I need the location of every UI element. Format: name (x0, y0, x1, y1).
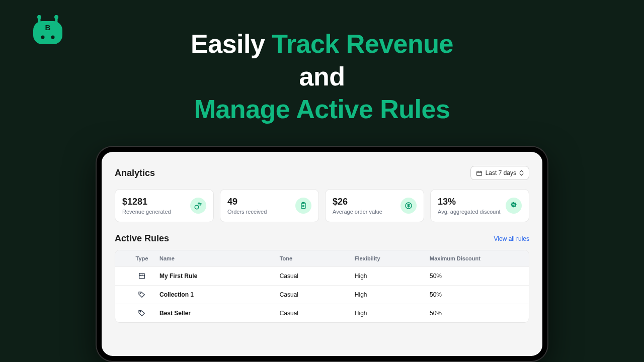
tag-icon (138, 291, 146, 299)
rule-flexibility: High (355, 310, 430, 317)
rule-tone: Casual (280, 291, 355, 298)
svg-rect-8 (476, 171, 481, 175)
stat-label: Revenue generated (122, 209, 171, 215)
table-header: Type Name Tone Flexibility Maximum Disco… (115, 250, 529, 266)
rule-max-discount: 50% (430, 291, 520, 298)
sort-icon (519, 170, 524, 176)
stat-label: Avg. aggregated discount (438, 209, 501, 215)
date-filter-label: Last 7 days (486, 169, 516, 176)
revenue-icon (190, 198, 206, 214)
stats-grid: $1281 Revenue generated 49 Orders receiv… (115, 189, 529, 222)
svg-point-19 (140, 293, 141, 294)
svg-point-12 (195, 205, 199, 209)
rule-name: Best Seller (159, 310, 280, 317)
svg-point-1 (37, 15, 41, 19)
col-name: Name (159, 255, 280, 261)
headline-text-2: Track Revenue (272, 29, 453, 58)
table-row[interactable]: Best Seller Casual High 50% (115, 304, 529, 322)
stat-label: Average order value (333, 209, 382, 215)
rule-tone: Casual (280, 310, 355, 317)
headline-text-1: Easily (191, 29, 272, 58)
col-max-discount: Maximum Discount (430, 255, 520, 261)
svg-point-20 (140, 311, 141, 312)
stat-aov: $26 Average order value (325, 189, 424, 222)
date-range-filter[interactable]: Last 7 days (470, 166, 529, 180)
clipboard-icon (295, 198, 311, 214)
col-flexibility: Flexibility (355, 255, 430, 261)
rule-max-discount: 50% (430, 273, 520, 280)
view-all-rules-link[interactable]: View all rules (494, 235, 529, 242)
calendar-icon (476, 170, 482, 176)
rules-table: Type Name Tone Flexibility Maximum Disco… (115, 250, 529, 323)
dollar-icon (400, 198, 417, 214)
rule-max-discount: 50% (430, 310, 520, 317)
stat-revenue: $1281 Revenue generated (115, 189, 214, 222)
app-screen: Analytics Last 7 days $1281 Revenue gene… (102, 152, 542, 356)
table-row[interactable]: My First Rule Casual High 50% (115, 266, 529, 285)
table-row[interactable]: Collection 1 Casual High 50% (115, 285, 529, 304)
headline-text-4: Manage Active Rules (194, 95, 450, 124)
svg-point-3 (54, 15, 58, 19)
stat-discount: 13% Avg. aggregated discount % (430, 189, 529, 222)
stat-value: 13% (438, 197, 501, 207)
stat-value: $1281 (122, 197, 171, 207)
stat-value: $26 (333, 197, 382, 207)
headline-text-3: and (299, 62, 345, 91)
rule-flexibility: High (355, 291, 430, 298)
col-tone: Tone (280, 255, 355, 261)
active-rules-title: Active Rules (115, 233, 169, 244)
svg-text:%: % (512, 203, 515, 206)
stat-orders: 49 Orders received (220, 189, 319, 222)
stat-label: Orders received (227, 209, 267, 215)
discount-icon: % (506, 198, 522, 214)
rule-flexibility: High (355, 273, 430, 280)
device-frame: Analytics Last 7 days $1281 Revenue gene… (96, 146, 548, 362)
col-type: Type (124, 255, 159, 261)
rule-tone: Casual (280, 273, 355, 280)
rule-name: My First Rule (159, 273, 280, 280)
stat-value: 49 (227, 197, 267, 207)
analytics-title: Analytics (115, 168, 155, 178)
rule-name: Collection 1 (159, 291, 280, 298)
tag-icon (138, 309, 146, 317)
store-icon (138, 272, 146, 280)
marketing-headline: Easily Track Revenue and Manage Active R… (0, 28, 644, 126)
